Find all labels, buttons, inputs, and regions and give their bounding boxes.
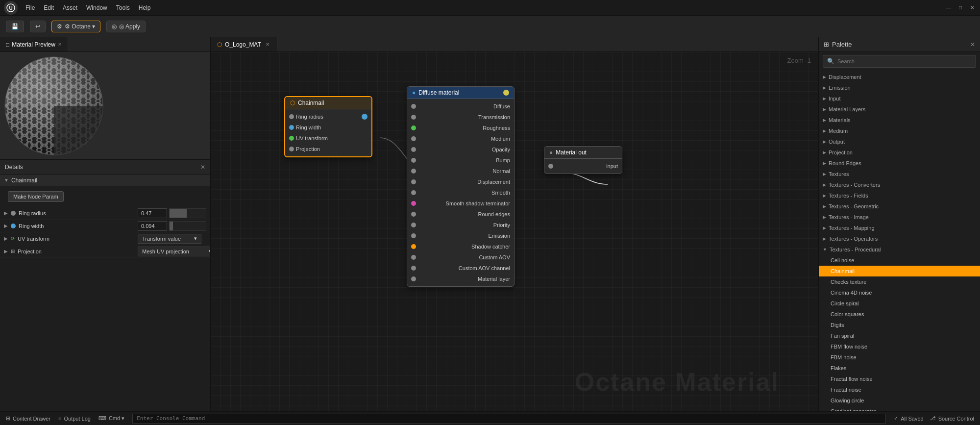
content-drawer[interactable]: ⊞ Content Drawer bbox=[6, 415, 50, 422]
emission-pin[interactable] bbox=[411, 233, 416, 238]
palette-item-fractal-noise[interactable]: Fractal noise bbox=[819, 384, 980, 395]
menu-file[interactable]: File bbox=[22, 3, 39, 13]
close-btn[interactable]: ✕ bbox=[968, 4, 976, 12]
output-log[interactable]: ≡ Output Log bbox=[58, 416, 91, 422]
node-material-out[interactable]: ● Material out input bbox=[544, 146, 622, 174]
ring-width-input[interactable] bbox=[138, 221, 167, 231]
shadow-catcher-pin[interactable] bbox=[411, 244, 416, 249]
palette-item-chainmail[interactable]: Chainmail bbox=[819, 266, 980, 276]
menu-tools[interactable]: Tools bbox=[112, 3, 134, 13]
node-chainmail[interactable]: ⬡ Chainmail Ring radius Ring bbox=[284, 96, 372, 157]
roughness-pin[interactable] bbox=[411, 125, 416, 130]
history-button[interactable]: ↩ bbox=[30, 21, 46, 32]
uv-transform-dropdown[interactable]: Transform value ▾ bbox=[138, 234, 201, 244]
material-layer-pin[interactable] bbox=[411, 276, 416, 281]
diffuse-pin-left[interactable] bbox=[411, 104, 416, 109]
projection-expand[interactable]: ▶ bbox=[4, 249, 8, 254]
ring-radius-expand[interactable]: ▶ bbox=[4, 210, 8, 216]
palette-search[interactable]: 🔍 bbox=[823, 55, 976, 68]
palette-item-cell-noise[interactable]: Cell noise bbox=[819, 255, 980, 266]
smooth-shadow-pin[interactable] bbox=[411, 201, 416, 206]
palette-item-circle-spiral[interactable]: Circle spiral bbox=[819, 298, 980, 309]
round-edges-pin[interactable] bbox=[411, 212, 416, 217]
maximize-btn[interactable]: □ bbox=[956, 4, 964, 12]
search-input[interactable] bbox=[837, 58, 972, 64]
palette-item-fbm-flow-noise[interactable]: FBM flow noise bbox=[819, 341, 980, 352]
medium-pin[interactable] bbox=[411, 136, 416, 141]
ring-width-bar[interactable] bbox=[169, 221, 206, 231]
diffuse-node-out-pin[interactable] bbox=[503, 90, 509, 96]
ring-width-expand[interactable]: ▶ bbox=[4, 223, 8, 228]
palette-category-textures---procedural[interactable]: ▼Textures - Procedural bbox=[819, 244, 980, 255]
palette-category-textures---image[interactable]: ▶Textures - Image bbox=[819, 212, 980, 223]
palette-item-checks-texture[interactable]: Checks texture bbox=[819, 276, 980, 287]
menu-window[interactable]: Window bbox=[82, 3, 111, 13]
palette-item-color-squares[interactable]: Color squares bbox=[819, 309, 980, 320]
palette-category-output[interactable]: ▶Output bbox=[819, 136, 980, 147]
projection-dropdown[interactable]: Mesh UV projection ▾ bbox=[138, 247, 210, 256]
cmd-button[interactable]: ⌨ Cmd ▾ bbox=[98, 415, 124, 422]
chainmail-section-header[interactable]: ▼ Chainmail bbox=[0, 175, 210, 186]
palette-category-textures---fields[interactable]: ▶Textures - Fields bbox=[819, 190, 980, 201]
chainmail-projection-pin[interactable] bbox=[289, 147, 294, 151]
palette-category-input[interactable]: ▶Input bbox=[819, 93, 980, 104]
uv-transform-expand[interactable]: ▶ bbox=[4, 236, 8, 241]
minimize-btn[interactable]: — bbox=[945, 4, 953, 12]
palette-close[interactable]: ✕ bbox=[970, 41, 975, 48]
transmission-pin[interactable] bbox=[411, 115, 416, 120]
palette-item-fractal-flow-noise[interactable]: Fractal flow noise bbox=[819, 374, 980, 384]
ring-radius-bar[interactable] bbox=[169, 208, 206, 218]
palette-item-cinema-4d-noise[interactable]: Cinema 4D noise bbox=[819, 287, 980, 298]
normal-pin[interactable] bbox=[411, 169, 416, 174]
palette-category-material-layers[interactable]: ▶Material Layers bbox=[819, 104, 980, 115]
palette-category-textures---mapping[interactable]: ▶Textures - Mapping bbox=[819, 223, 980, 233]
details-close[interactable]: ✕ bbox=[200, 164, 205, 171]
palette-category-projection[interactable]: ▶Projection bbox=[819, 147, 980, 158]
custom-aov-channel-pin[interactable] bbox=[411, 266, 416, 271]
save-button[interactable]: 💾 bbox=[6, 21, 24, 32]
chainmail-ring-radius-pin-right[interactable] bbox=[362, 114, 368, 120]
center-panel[interactable]: ⬡ O_Logo_MAT ✕ Zoom -1 Octane Material ⬡… bbox=[211, 37, 818, 411]
make-node-param-button[interactable]: Make Node Param bbox=[8, 191, 64, 202]
console-input[interactable] bbox=[132, 414, 886, 424]
material-out-input-pin[interactable] bbox=[548, 164, 553, 169]
chainmail-uv-transform-pin[interactable] bbox=[289, 136, 294, 141]
panel-tab-close[interactable]: ✕ bbox=[58, 42, 62, 47]
palette-category-textures---geometric[interactable]: ▶Textures - Geometric bbox=[819, 201, 980, 212]
opacity-pin[interactable] bbox=[411, 147, 416, 152]
chainmail-ring-radius-pin[interactable] bbox=[289, 114, 294, 119]
palette-category-displacement[interactable]: ▶Displacement bbox=[819, 72, 980, 82]
chainmail-ring-width-pin[interactable] bbox=[289, 125, 294, 130]
octane-button[interactable]: ⚙ ⚙ Octane ▾ bbox=[51, 21, 100, 32]
palette-item-digits[interactable]: Digits bbox=[819, 320, 980, 330]
displacement-pin[interactable] bbox=[411, 179, 416, 184]
priority-pin[interactable] bbox=[411, 223, 416, 227]
bump-pin[interactable] bbox=[411, 158, 416, 163]
tab-close[interactable]: ✕ bbox=[264, 41, 271, 48]
palette-category-materials[interactable]: ▶Materials bbox=[819, 115, 980, 125]
palette-category-medium[interactable]: ▶Medium bbox=[819, 125, 980, 136]
palette-category-round-edges[interactable]: ▶Round Edges bbox=[819, 158, 980, 169]
palette-category-textures[interactable]: ▶Textures bbox=[819, 169, 980, 179]
tab-o-logo-mat[interactable]: ⬡ O_Logo_MAT ✕ bbox=[211, 37, 277, 51]
ring-radius-input[interactable] bbox=[138, 208, 167, 218]
source-control[interactable]: ⎇ Source Control bbox=[930, 415, 974, 422]
custom-aov-pin[interactable] bbox=[411, 255, 416, 260]
palette-item-glowing-circle[interactable]: Glowing circle bbox=[819, 395, 980, 406]
palette-category-textures---operators[interactable]: ▶Textures - Operators bbox=[819, 233, 980, 244]
palette-category-textures---converters[interactable]: ▶Textures - Converters bbox=[819, 179, 980, 190]
palette-item-fbm-noise[interactable]: FBM noise bbox=[819, 352, 980, 363]
palette-category-emission[interactable]: ▶Emission bbox=[819, 82, 980, 93]
menu-help[interactable]: Help bbox=[135, 3, 155, 13]
smooth-pin[interactable] bbox=[411, 190, 416, 195]
palette-item-flakes[interactable]: Flakes bbox=[819, 363, 980, 374]
menu-asset[interactable]: Asset bbox=[59, 3, 81, 13]
node-diffuse[interactable]: ● Diffuse material Diffuse Transmission bbox=[407, 86, 514, 287]
palette-item-gradient-generator[interactable]: Gradient generator bbox=[819, 406, 980, 411]
apply-button[interactable]: ◎ ◎ Apply bbox=[106, 21, 146, 32]
menu-edit[interactable]: Edit bbox=[40, 3, 58, 13]
palette-item-fan-spiral[interactable]: Fan spiral bbox=[819, 330, 980, 341]
ue-logo[interactable]: U bbox=[4, 1, 18, 15]
tab-material-preview[interactable]: □ Material Preview ✕ bbox=[0, 37, 68, 51]
node-editor-canvas[interactable]: Zoom -1 Octane Material ⬡ Chainmail bbox=[211, 52, 818, 411]
